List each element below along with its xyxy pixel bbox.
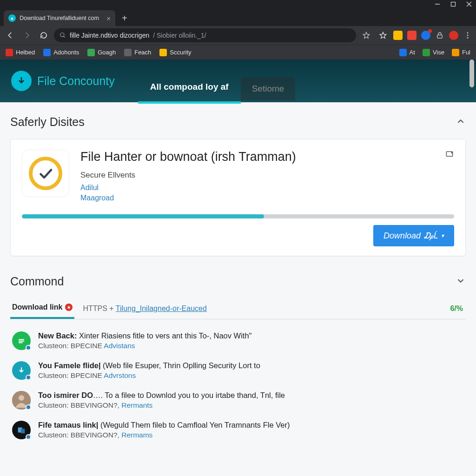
- protocol-link[interactable]: Tilung_Inilagned-or-Eauced: [116, 304, 207, 312]
- back-button[interactable]: [4, 29, 17, 42]
- svg-point-9: [467, 32, 469, 33]
- ext-icon-3[interactable]: [421, 31, 430, 40]
- reload-button[interactable]: [37, 29, 50, 42]
- page-content: File Concounty All compoad loy af Setiom…: [0, 60, 476, 476]
- download-link-tab-label: Download link: [12, 303, 62, 311]
- svg-marker-6: [363, 32, 370, 38]
- svg-rect-1: [451, 2, 456, 7]
- maximize-button[interactable]: [450, 1, 456, 7]
- protocol-label: HTTPS + Tilung_Inilagned-or-Eauced: [80, 304, 206, 313]
- tab-title: Download Tinurefalliduent com: [20, 15, 99, 21]
- window-controls: [0, 0, 476, 8]
- forward-button[interactable]: [20, 29, 33, 42]
- scrollbar-thumb[interactable]: [469, 60, 474, 87]
- list-item-icon: [12, 391, 31, 410]
- list-item-icon: [12, 331, 31, 350]
- list-item[interactable]: You Famele flide| (Web file Esuper, Thri…: [10, 356, 466, 385]
- site-header: File Concounty All compoad loy af Setiom…: [0, 60, 476, 102]
- svg-line-5: [64, 36, 65, 38]
- svg-point-10: [467, 35, 469, 36]
- vertical-scrollbar[interactable]: [469, 60, 475, 476]
- toolbar: fille Jainte.ndtivo dizocrigen/ Siobier …: [0, 26, 476, 45]
- svg-point-4: [60, 33, 64, 37]
- list-item[interactable]: Too ismirer DO…. To a filee to Downlod y…: [10, 385, 466, 415]
- ext-icon-2[interactable]: [407, 31, 416, 40]
- new-tab-button[interactable]: +: [115, 10, 134, 26]
- section-title: Saferly Disites: [10, 115, 85, 129]
- url-host: fille Jainte.ndtivo dizocrigen: [70, 32, 149, 39]
- close-button[interactable]: [466, 1, 472, 7]
- card-link-2[interactable]: Maagroad: [80, 194, 296, 202]
- brand-name: File Concounty: [37, 74, 115, 88]
- menu-icon[interactable]: [463, 31, 472, 40]
- bookmark-item[interactable]: Helbed: [6, 49, 35, 56]
- ext-icon-4[interactable]: [449, 31, 458, 40]
- svg-marker-7: [380, 32, 386, 38]
- svg-rect-20: [21, 429, 25, 433]
- star-outline-icon[interactable]: [360, 29, 373, 42]
- tab-favicon-icon: ●: [8, 14, 16, 22]
- bookmark-item[interactable]: At: [399, 49, 415, 56]
- ext-icon-1[interactable]: [393, 31, 403, 40]
- card-link-1[interactable]: Adilul: [80, 184, 296, 192]
- bookmark-item[interactable]: Ful: [452, 49, 470, 56]
- search-icon: [60, 32, 66, 39]
- tab-close-icon[interactable]: ×: [106, 14, 111, 22]
- bookmark-item[interactable]: Vise: [423, 49, 444, 56]
- alert-icon: ✶: [65, 304, 73, 311]
- download-link-tab[interactable]: Download link ✶: [10, 298, 74, 319]
- list-item-icon: [12, 361, 31, 380]
- section-safely-header[interactable]: Saferly Disites: [10, 115, 466, 129]
- bookmark-item[interactable]: Feach: [124, 49, 151, 56]
- address-bar[interactable]: fille Jainte.ndtivo dizocrigen/ Siobier …: [54, 28, 356, 42]
- tab-all[interactable]: All compoad loy af: [138, 73, 241, 102]
- download-button-label: Download ₯Ĺ: [383, 231, 438, 241]
- chevron-down-icon: ▾: [441, 232, 444, 239]
- list-item[interactable]: Fife tamaus link| (Weguld Them fileb to …: [10, 415, 466, 445]
- browser-tab[interactable]: ● Download Tinurefalliduent com ×: [4, 10, 115, 26]
- tab-settings[interactable]: Setiome: [241, 77, 296, 100]
- card-title: File Hanter or bownoat (irsh Tramman): [80, 150, 296, 164]
- bookmark-item[interactable]: Sccurity: [159, 49, 191, 56]
- list-item[interactable]: New Back: Xinter Riasiens fitle to vers …: [10, 326, 466, 356]
- chevron-down-icon: [456, 276, 466, 288]
- progress-bar: [22, 214, 454, 218]
- bookmark-item[interactable]: Adohonts: [43, 49, 79, 56]
- section2-title: Commond: [10, 275, 64, 288]
- download-button[interactable]: Download ₯Ĺ ▾: [373, 225, 454, 246]
- brand[interactable]: File Concounty: [11, 71, 115, 91]
- svg-point-13: [451, 152, 452, 153]
- bookmark-item[interactable]: Goagh: [87, 49, 116, 56]
- minimize-button[interactable]: [434, 1, 441, 7]
- download-link-tabs: Download link ✶ HTTPS + Tilung_Inilagned…: [10, 298, 466, 319]
- file-verified-icon: [22, 150, 69, 197]
- lock-icon[interactable]: [435, 31, 444, 40]
- url-path: / Siobier olloiin._1/: [153, 32, 206, 39]
- download-card: File Hanter or bownoat (irsh Tramman) Se…: [10, 139, 466, 256]
- svg-point-11: [467, 37, 469, 39]
- section-commond-header[interactable]: Commond: [10, 275, 466, 288]
- svg-point-18: [19, 395, 24, 401]
- result-list: New Back: Xinter Riasiens fitle to vers …: [10, 326, 466, 445]
- chevron-up-icon: [456, 116, 466, 128]
- extension-icons: [393, 31, 472, 40]
- card-subtitle: Secure Ellvents: [80, 171, 296, 180]
- list-item-icon: [12, 421, 31, 439]
- bookmark-star-icon[interactable]: [377, 29, 390, 42]
- tab-strip: ● Download Tinurefalliduent com × +: [0, 8, 476, 26]
- bookmarks-bar: HelbedAdohontsGoaghFeachSccurity AtViseF…: [0, 45, 476, 60]
- report-icon[interactable]: [445, 150, 454, 161]
- count-label: 6/%: [450, 304, 466, 313]
- brand-logo-icon: [11, 71, 32, 91]
- svg-rect-8: [437, 35, 443, 38]
